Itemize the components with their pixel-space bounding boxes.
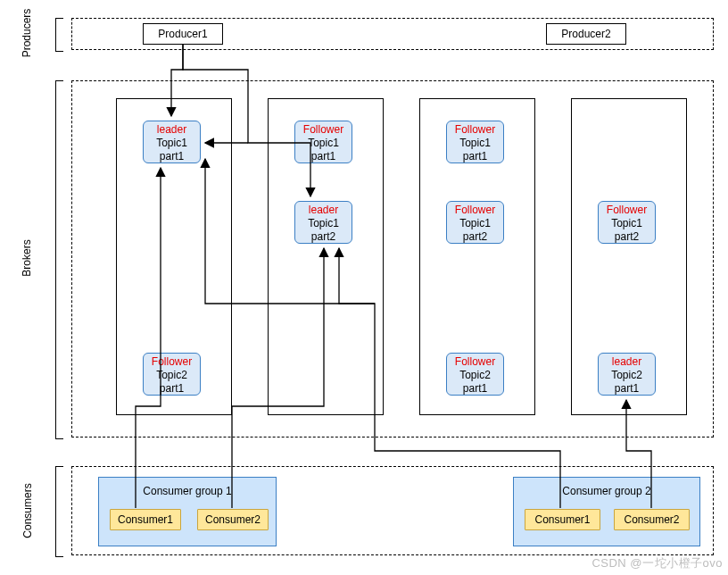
cg2-consumer1: Consumer1 (525, 509, 600, 530)
b2-t1p2-leader: leader Topic1 part2 (294, 201, 352, 244)
cg1-consumer2-label: Consumer2 (205, 513, 261, 526)
part-label: part1 (599, 382, 655, 396)
cg1-consumer2: Consumer2 (197, 509, 269, 530)
b3-t1p1-follower: Follower Topic1 part1 (446, 121, 504, 163)
cg2-consumer2-label: Consumer2 (624, 513, 679, 526)
part-label: part2 (295, 230, 352, 244)
b4-t2p1-leader: leader Topic2 part1 (598, 353, 656, 396)
part-label: part1 (447, 382, 503, 396)
cg1-consumer1-label: Consumer1 (118, 513, 173, 526)
b1-t1p1-leader: leader Topic1 part1 (143, 121, 201, 163)
cg2-consumer2: Consumer2 (614, 509, 690, 530)
b2-t1p1-follower: Follower Topic1 part1 (294, 121, 352, 163)
consumer-group-2: Consumer group 2 Consumer1 Consumer2 (513, 477, 700, 546)
role-label: Follower (447, 123, 503, 137)
b1-t2p1-follower: Follower Topic2 part1 (143, 353, 201, 396)
part-label: part1 (295, 150, 352, 163)
topic-label: Topic1 (295, 217, 352, 230)
b4-t1p2-follower: Follower Topic1 part2 (598, 201, 656, 244)
role-label: Follower (295, 123, 352, 137)
b3-t2p1-follower: Follower Topic2 part1 (446, 353, 504, 396)
producer2-label: Producer2 (561, 28, 610, 40)
part-label: part1 (447, 150, 503, 163)
topic-label: Topic2 (599, 369, 655, 382)
watermark: CSDN @一坨小橙子ovo (592, 555, 723, 571)
cg2-consumer1-label: Consumer1 (534, 513, 590, 526)
topic-label: Topic1 (295, 137, 352, 150)
topic-label: Topic2 (447, 369, 503, 382)
consumers-label: Consumers (21, 478, 34, 545)
b3-t1p2-follower: Follower Topic1 part2 (446, 201, 504, 244)
cg1-consumer1: Consumer1 (110, 509, 181, 530)
cg2-title: Consumer group 2 (514, 485, 699, 497)
brokers-label: Brokers (21, 231, 33, 285)
role-label: Follower (144, 355, 200, 369)
producer1-label: Producer1 (158, 28, 207, 40)
role-label: Follower (447, 355, 503, 369)
consumer-group-1: Consumer group 1 Consumer1 Consumer2 (98, 477, 277, 546)
role-label: leader (599, 355, 655, 369)
producer1-box: Producer1 (143, 23, 223, 45)
topic-label: Topic1 (144, 137, 200, 150)
topic-label: Topic1 (447, 137, 503, 150)
role-label: leader (295, 204, 352, 217)
part-label: part2 (599, 230, 655, 244)
cg1-title: Consumer group 1 (99, 485, 276, 497)
topic-label: Topic2 (144, 369, 200, 382)
part-label: part1 (144, 150, 200, 163)
producers-label: Producers (21, 2, 33, 64)
role-label: leader (144, 123, 200, 137)
role-label: Follower (447, 204, 503, 217)
part-label: part2 (447, 230, 503, 244)
topic-label: Topic1 (599, 217, 655, 230)
part-label: part1 (144, 382, 200, 396)
role-label: Follower (599, 204, 655, 217)
topic-label: Topic1 (447, 217, 503, 230)
producer2-box: Producer2 (546, 23, 626, 45)
